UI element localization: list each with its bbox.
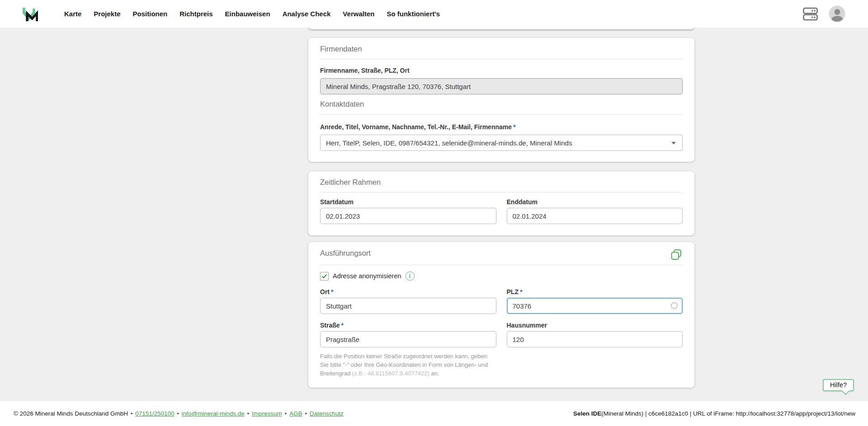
footer-status-rest: (Mineral Minds) | c6ce6182a1c0 | URL of … — [601, 410, 855, 417]
street-hint: Falls die Position keiner Straße zugeord… — [320, 352, 496, 378]
contact-section-heading: Kontaktdaten — [320, 100, 683, 108]
footer-link-agb[interactable]: AGB — [289, 410, 302, 417]
footer-link-impressum[interactable]: Impressum — [252, 410, 282, 417]
timeframe-heading: Zeitlicher Rahmen — [320, 178, 683, 186]
zip-label-text: PLZ — [507, 288, 519, 295]
divider — [320, 265, 683, 265]
city-label-text: Ort — [320, 288, 330, 295]
footer-left: © 2026 Mineral Minds Deutschland GmbH • … — [14, 401, 344, 426]
required-mark: * — [331, 288, 333, 295]
user-avatar[interactable] — [829, 5, 845, 22]
required-mark: * — [341, 322, 344, 329]
footer-separator: • — [131, 411, 132, 417]
footer-link-email[interactable]: info@mineral-minds.de — [182, 410, 245, 417]
required-mark: * — [513, 123, 515, 131]
company-address-label: Firmenname, Straße, PLZ, Ort — [320, 67, 683, 74]
housenumber-field: Hausnummer — [507, 322, 683, 378]
startdate-label: Startdatum — [320, 199, 496, 205]
nav-item-so-funktionierts[interactable]: So funktioniert's — [387, 10, 440, 18]
nav-item-verwalten[interactable]: Verwalten — [343, 10, 374, 18]
nav-item-karte[interactable]: Karte — [64, 10, 81, 18]
housenumber-label: Hausnummer — [507, 322, 683, 328]
footer-status: Selen IDE (Mineral Minds) | c6ce6182a1c0… — [573, 401, 855, 426]
checkmark-icon — [321, 274, 327, 279]
footer-status-app: Selen IDE — [573, 410, 601, 417]
avatar-head-icon — [834, 9, 840, 15]
divider — [320, 114, 683, 115]
footer-link-datenschutz[interactable]: Datenschutz — [310, 410, 344, 417]
footer-separator: • — [305, 411, 307, 417]
startdate-field: Startdatum — [320, 199, 496, 224]
footer-separator: • — [177, 411, 179, 417]
street-input[interactable] — [320, 331, 496, 347]
avatar-body-icon — [831, 16, 843, 22]
nav-item-richtpreis[interactable]: Richtpreis — [179, 10, 212, 18]
location-card: Ausführungsort Adresse anonymisieren i O… — [308, 242, 694, 388]
street-hint-example: (z.B.: 48.8115607,9.4077422) — [352, 370, 429, 377]
city-label: Ort* — [320, 289, 496, 295]
street-label-text: Straße — [320, 322, 340, 329]
zip-input[interactable] — [507, 298, 683, 314]
nav-item-projekte[interactable]: Projekte — [94, 10, 120, 18]
street-label: Straße* — [320, 322, 496, 328]
contact-select-value: Herr, TitelP, Selen, IDE, 0987/654321, s… — [326, 139, 572, 147]
footer-copyright: © 2026 Mineral Minds Deutschland GmbH — [14, 410, 128, 417]
divider — [320, 192, 683, 192]
zip-label: PLZ* — [507, 289, 683, 295]
enddate-input[interactable] — [507, 208, 683, 224]
company-section-heading: Firmendaten — [320, 45, 683, 53]
housenumber-input[interactable] — [507, 331, 683, 347]
location-heading: Ausführungsort — [320, 249, 371, 257]
info-icon[interactable]: i — [406, 272, 415, 281]
divider — [320, 59, 683, 59]
anonymize-label: Adresse anonymisieren — [333, 272, 401, 280]
footer-separator: • — [247, 411, 249, 417]
required-mark: * — [520, 288, 522, 295]
mineral-minds-logo-icon[interactable] — [22, 6, 38, 22]
zip-field: PLZ* — [507, 289, 683, 314]
main-nav: Karte Projekte Positionen Richtpreis Ein… — [64, 0, 440, 28]
company-address-input — [320, 78, 683, 94]
header-icons — [803, 0, 845, 28]
loading-spinner-icon — [671, 302, 678, 309]
city-field: Ort* — [320, 289, 496, 314]
startdate-input[interactable] — [320, 208, 496, 224]
dropdown-arrow-icon — [671, 142, 676, 145]
footer-link-phone[interactable]: 07151/250100 — [135, 410, 174, 417]
footer-separator: • — [285, 411, 287, 417]
anonymize-checkbox[interactable] — [320, 272, 329, 281]
enddate-field: Enddatum — [507, 199, 683, 224]
top-navbar: Karte Projekte Positionen Richtpreis Ein… — [0, 0, 868, 28]
contact-label: Anrede, Titel, Vorname, Nachname, Tel.-N… — [320, 124, 683, 130]
nav-item-analyse-check[interactable]: Analyse Check — [283, 10, 331, 18]
city-input[interactable] — [320, 298, 496, 314]
nav-item-positionen[interactable]: Positionen — [133, 10, 168, 18]
page: Karte Projekte Positionen Richtpreis Ein… — [0, 0, 868, 426]
company-data-card: Firmendaten Firmenname, Straße, PLZ, Ort… — [308, 38, 694, 162]
enddate-label: Enddatum — [507, 199, 683, 205]
anonymize-row: Adresse anonymisieren i — [320, 272, 683, 281]
timeframe-card: Zeitlicher Rahmen Startdatum Enddatum — [308, 171, 694, 235]
help-button[interactable]: Hilfe? — [823, 379, 854, 391]
contact-label-text: Anrede, Titel, Vorname, Nachname, Tel.-N… — [320, 123, 512, 131]
street-field: Straße* Falls die Position keiner Straße… — [320, 322, 496, 378]
nav-item-einbauweisen[interactable]: Einbauweisen — [225, 10, 270, 18]
copy-icon[interactable] — [670, 248, 683, 261]
contact-select[interactable]: Herr, TitelP, Selen, IDE, 0987/654321, s… — [320, 135, 683, 151]
street-hint-suffix: an. — [429, 370, 439, 377]
server-icon[interactable] — [803, 7, 818, 21]
footer: © 2026 Mineral Minds Deutschland GmbH • … — [0, 401, 868, 426]
